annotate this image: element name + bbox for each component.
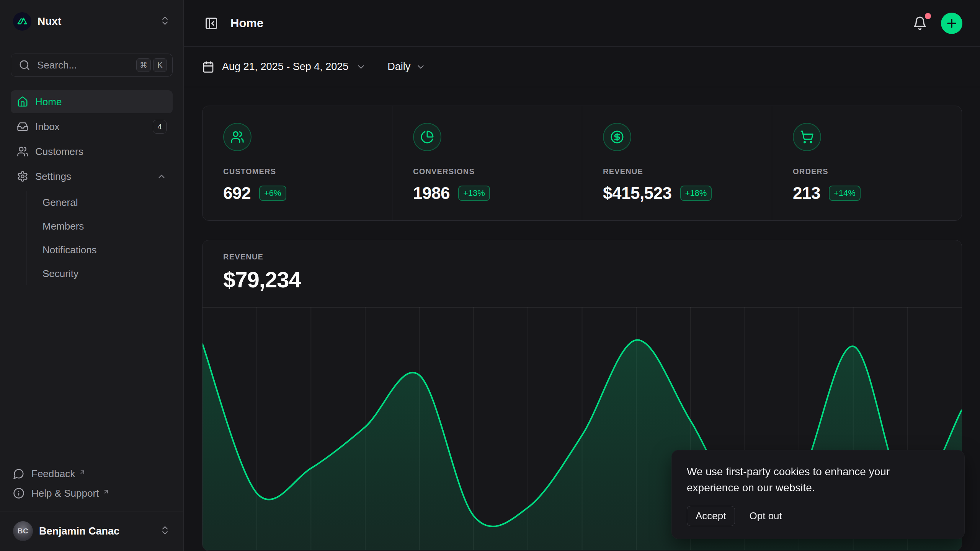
bell-icon	[913, 16, 927, 31]
feedback-link[interactable]: Feedback	[11, 466, 173, 482]
search-icon	[19, 59, 30, 71]
users-icon	[223, 123, 252, 151]
chevrons-up-down-icon	[160, 15, 170, 28]
sidebar-item-security[interactable]: Security	[39, 262, 173, 285]
granularity-select[interactable]: Daily	[387, 61, 426, 73]
date-range-picker[interactable]: Aug 21, 2025 - Sep 4, 2025	[202, 61, 366, 73]
external-link-icon	[79, 466, 86, 478]
sidebar-item-settings[interactable]: Settings	[11, 165, 173, 188]
sidebar-item-notifications[interactable]: Notifications	[39, 239, 173, 261]
stat-conversions[interactable]: CONVERSIONS 1986 +13%	[392, 106, 582, 220]
org-switcher[interactable]: Nuxt	[11, 8, 173, 34]
circle-dollar-icon	[603, 123, 631, 151]
granularity-value: Daily	[387, 61, 410, 73]
cookie-banner: We use first-party cookies to enhance yo…	[671, 450, 965, 539]
message-circle-icon	[13, 468, 24, 479]
gear-icon	[17, 171, 28, 182]
stat-delta-badge: +14%	[829, 186, 861, 201]
cookie-message: We use first-party cookies to enhance yo…	[687, 464, 924, 496]
sidebar-nav: Home Inbox 4 Customers Settings General …	[11, 90, 173, 285]
sidebar-item-members[interactable]: Members	[39, 215, 173, 237]
accept-cookies-button[interactable]: Accept	[687, 506, 735, 526]
user-name: Benjamin Canac	[39, 525, 154, 537]
notification-dot	[925, 13, 931, 19]
sidebar: Nuxt Search... ⌘ K Home Inbox 4	[0, 0, 184, 551]
sidebar-item-inbox[interactable]: Inbox 4	[11, 115, 173, 138]
user-menu[interactable]: BC Benjamin Canac	[11, 518, 173, 544]
revenue-chart-header: REVENUE $79,234	[203, 240, 962, 292]
stat-value: 1986	[413, 184, 450, 203]
stat-orders[interactable]: ORDERS 213 +14%	[772, 106, 962, 220]
page-title: Home	[230, 16, 900, 30]
home-icon	[17, 96, 28, 108]
kbd-cmd: ⌘	[136, 58, 151, 72]
sidebar-item-home[interactable]: Home	[11, 90, 173, 113]
stat-value: $415,523	[603, 184, 672, 203]
info-icon	[13, 487, 24, 499]
pie-chart-icon	[413, 123, 441, 151]
stats-overview-card: CUSTOMERS 692 +6% CONVERSIONS 1986 +13%	[202, 106, 962, 221]
cookie-actions: Accept Opt out	[687, 506, 949, 526]
sidebar-footer: Feedback Help & Support	[11, 466, 173, 512]
chevron-down-icon	[356, 62, 366, 72]
revenue-chart-label: REVENUE	[223, 253, 962, 261]
kbd-k: K	[153, 58, 167, 72]
search-shortcut: ⌘ K	[136, 58, 167, 72]
stat-delta-badge: +13%	[458, 186, 490, 201]
stat-label: CUSTOMERS	[223, 167, 392, 176]
stat-customers[interactable]: CUSTOMERS 692 +6%	[203, 106, 392, 220]
sidebar-spacer	[11, 285, 173, 466]
header-actions	[910, 13, 962, 34]
plus-icon	[945, 17, 958, 30]
stat-label: CONVERSIONS	[413, 167, 582, 176]
nuxt-logo-icon	[13, 12, 31, 31]
page-header: Home	[184, 0, 980, 47]
stat-label: ORDERS	[793, 167, 962, 176]
stat-revenue[interactable]: REVENUE $415,523 +18%	[582, 106, 772, 220]
date-range-value: Aug 21, 2025 - Sep 4, 2025	[222, 61, 348, 73]
inbox-icon	[17, 121, 28, 132]
sidebar-item-general[interactable]: General	[39, 191, 173, 214]
external-link-icon	[103, 486, 109, 498]
add-button[interactable]	[941, 13, 962, 34]
chevron-down-icon	[416, 62, 426, 72]
sidebar-user-section: BC Benjamin Canac	[0, 512, 183, 551]
calendar-icon	[202, 61, 214, 73]
search-placeholder: Search...	[37, 59, 129, 71]
opt-out-button[interactable]: Opt out	[750, 510, 782, 522]
help-support-link[interactable]: Help & Support	[11, 485, 173, 502]
panel-left-close-icon	[204, 16, 218, 30]
sidebar-toggle-button[interactable]	[202, 14, 220, 33]
users-icon	[17, 146, 28, 157]
stat-delta-badge: +6%	[259, 186, 286, 201]
shopping-cart-icon	[793, 123, 821, 151]
avatar: BC	[13, 521, 33, 541]
org-name: Nuxt	[38, 15, 154, 28]
notifications-button[interactable]	[910, 14, 929, 33]
stat-delta-badge: +18%	[680, 186, 712, 201]
sidebar-item-customers[interactable]: Customers	[11, 140, 173, 163]
search-input[interactable]: Search... ⌘ K	[11, 54, 173, 77]
inbox-count-badge: 4	[153, 120, 167, 134]
stat-value: 213	[793, 184, 820, 203]
stat-label: REVENUE	[603, 167, 772, 176]
chevron-up-icon	[157, 171, 167, 181]
chevrons-up-down-icon	[160, 525, 170, 537]
stat-value: 692	[223, 184, 251, 203]
filters-toolbar: Aug 21, 2025 - Sep 4, 2025 Daily	[184, 47, 980, 87]
revenue-chart-value: $79,234	[223, 267, 962, 292]
settings-subnav: General Members Notifications Security	[26, 191, 173, 285]
